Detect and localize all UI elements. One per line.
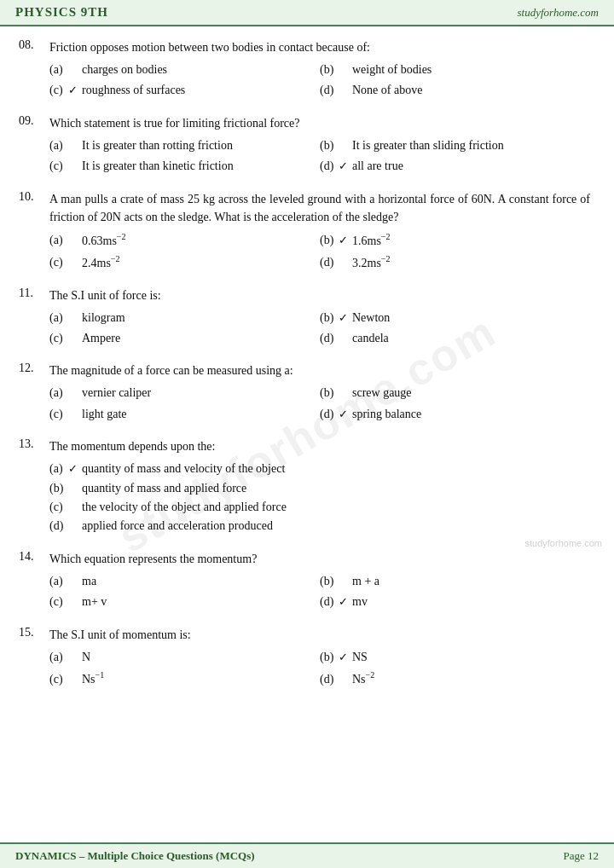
option-text: 2.4ms−2 bbox=[82, 252, 119, 273]
option-text: roughness of surfaces bbox=[82, 81, 185, 100]
option-check bbox=[339, 82, 352, 100]
option-12-0: (a) vernier caliper bbox=[49, 384, 320, 402]
option-text: 1.6ms−2 bbox=[352, 230, 390, 251]
option-label: (c) bbox=[49, 405, 68, 424]
option-label: (b) bbox=[320, 136, 339, 155]
option-check bbox=[339, 61, 352, 79]
option-check: ✓ bbox=[339, 593, 352, 611]
option-8-0: (a) charges on bodies bbox=[49, 61, 320, 79]
question-num-15: 15. bbox=[19, 626, 49, 644]
question-8: 08.Friction opposes motion between two b… bbox=[19, 38, 590, 101]
header-title: PHYSICS 9TH bbox=[15, 5, 108, 20]
option-check bbox=[68, 593, 82, 611]
option-label: (b) bbox=[320, 648, 339, 667]
option-text: It is greater than kinetic friction bbox=[82, 157, 234, 176]
option-9-1: (b) It is greater than sliding friction bbox=[320, 136, 590, 155]
option-check bbox=[68, 649, 82, 667]
question-13: 13.The momentum depends upon the:(a)✓qua… bbox=[19, 437, 590, 536]
option-text: the velocity of the object and applied f… bbox=[82, 498, 287, 517]
option-check bbox=[68, 254, 82, 272]
option-check: ✓ bbox=[339, 649, 352, 667]
option-text: Ns−2 bbox=[352, 668, 374, 689]
option-check bbox=[339, 671, 352, 689]
option-check bbox=[68, 385, 82, 402]
question-row-13: 13.The momentum depends upon the: bbox=[19, 437, 590, 455]
option-label: (d) bbox=[320, 81, 339, 100]
option-check bbox=[339, 573, 352, 591]
options-grid-12: (a) vernier caliper(b) screw gauge(c) li… bbox=[49, 384, 590, 424]
option-check bbox=[339, 330, 352, 348]
option-text: quantity of mass and applied force bbox=[82, 479, 246, 498]
footer-subject: DYNAMICS bbox=[15, 849, 77, 862]
question-text-9: Which statement is true for limiting fri… bbox=[49, 114, 590, 132]
option-check bbox=[68, 671, 82, 689]
option-10-0: (a) 0.63ms−2 bbox=[49, 230, 320, 251]
option-check bbox=[68, 499, 82, 517]
option-text: 3.2ms−2 bbox=[352, 252, 390, 273]
option-13-1: (b) quantity of mass and applied force bbox=[49, 479, 590, 498]
option-label: (c) bbox=[49, 670, 68, 689]
option-label: (a) bbox=[49, 460, 68, 478]
option-text: Ns−1 bbox=[82, 668, 104, 689]
question-num-8: 08. bbox=[19, 38, 49, 56]
option-label: (d) bbox=[320, 405, 339, 424]
option-label: (b) bbox=[49, 479, 68, 498]
option-text: mv bbox=[352, 593, 368, 611]
option-check bbox=[68, 232, 82, 250]
options-grid-8: (a) charges on bodies(b) weight of bodie… bbox=[49, 61, 590, 101]
option-13-0: (a)✓quantity of mass and velocity of the… bbox=[49, 460, 590, 478]
option-check: ✓ bbox=[339, 406, 352, 424]
option-label: (d) bbox=[320, 593, 339, 611]
question-text-14: Which equation represents the momentum? bbox=[49, 550, 590, 568]
options-grid-11: (a) kilogram(b)✓Newton(c) Ampere(d) cand… bbox=[49, 309, 590, 349]
question-14: 14.Which equation represents the momentu… bbox=[19, 550, 590, 612]
option-14-0: (a) ma bbox=[49, 572, 320, 591]
question-text-10: A man pulls a crate of mass 25 kg across… bbox=[49, 190, 590, 226]
option-text: 0.63ms−2 bbox=[82, 230, 125, 251]
footer-right: Page 12 bbox=[563, 849, 599, 863]
option-label: (a) bbox=[49, 384, 68, 402]
option-check bbox=[68, 310, 82, 327]
question-num-11: 11. bbox=[19, 286, 49, 304]
question-12: 12.The magnitude of a force can be measu… bbox=[19, 362, 590, 424]
question-num-10: 10. bbox=[19, 190, 49, 226]
option-label: (d) bbox=[320, 329, 339, 348]
option-text: ma bbox=[82, 572, 96, 591]
option-check bbox=[68, 61, 82, 79]
option-text: It is greater than rotting friction bbox=[82, 136, 233, 155]
option-check bbox=[68, 137, 82, 155]
option-8-3: (d) None of above bbox=[320, 81, 590, 100]
option-label: (d) bbox=[320, 157, 339, 176]
footer-page-num: 12 bbox=[588, 849, 599, 862]
option-label: (d) bbox=[320, 253, 339, 272]
option-text: m+ v bbox=[82, 593, 107, 611]
option-9-3: (d)✓all are true bbox=[320, 157, 590, 176]
option-check: ✓ bbox=[68, 460, 82, 478]
question-row-11: 11.The S.I unit of force is: bbox=[19, 286, 590, 304]
option-label: (a) bbox=[49, 648, 68, 667]
option-11-2: (c) Ampere bbox=[49, 329, 320, 348]
option-12-3: (d)✓spring balance bbox=[320, 405, 590, 424]
option-text: screw gauge bbox=[352, 384, 412, 402]
option-check bbox=[68, 480, 82, 498]
option-label: (a) bbox=[49, 572, 68, 591]
option-label: (a) bbox=[49, 61, 68, 79]
question-num-9: 09. bbox=[19, 114, 49, 132]
option-label: (d) bbox=[320, 670, 339, 689]
options-grid-9: (a) It is greater than rotting friction(… bbox=[49, 136, 590, 176]
option-check bbox=[339, 137, 352, 155]
option-label: (b) bbox=[320, 309, 339, 327]
options-grid-15: (a) N(b)✓NS(c) Ns−1(d) Ns−2 bbox=[49, 648, 590, 689]
option-label: (b) bbox=[320, 572, 339, 591]
question-row-15: 15.The S.I unit of momentum is: bbox=[19, 626, 590, 644]
footer-left: DYNAMICS – Multiple Choice Questions (MC… bbox=[15, 849, 255, 863]
option-text: light gate bbox=[82, 405, 127, 424]
option-check: ✓ bbox=[68, 82, 82, 100]
option-text: kilogram bbox=[82, 309, 125, 327]
content-area: 08.Friction opposes motion between two b… bbox=[0, 26, 614, 842]
option-11-0: (a) kilogram bbox=[49, 309, 320, 327]
option-check: ✓ bbox=[339, 310, 352, 327]
option-text: m + a bbox=[352, 572, 379, 591]
option-check bbox=[68, 330, 82, 348]
header-site: studyforhome.com bbox=[518, 6, 599, 20]
